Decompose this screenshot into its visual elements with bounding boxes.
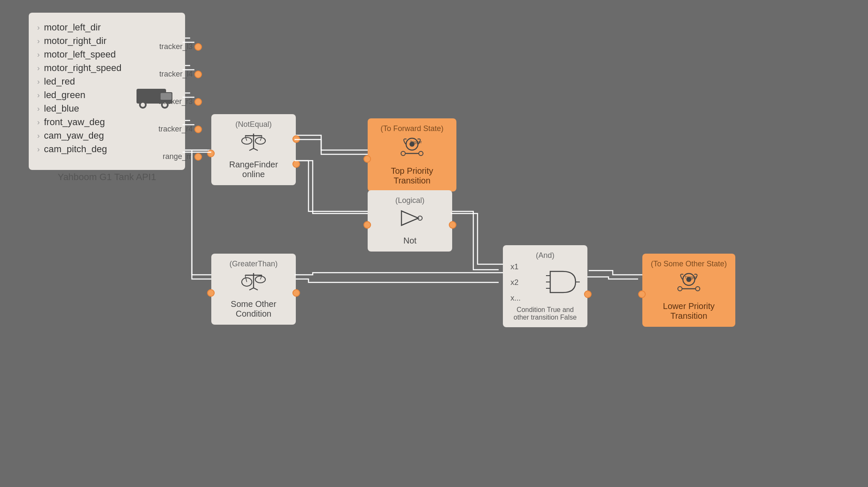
- port-tracker-l3-group: tracker_l3: [194, 43, 202, 51]
- range-finder-icon: [219, 131, 288, 156]
- top-priority-type: (To Forward State): [375, 124, 449, 133]
- svg-point-19: [419, 151, 423, 156]
- lower-priority-type: (To Some Other State): [650, 260, 728, 268]
- port-tracker-r3-group: tracker_r3: [194, 98, 202, 106]
- svg-point-18: [401, 151, 405, 156]
- top-priority-node[interactable]: (To Forward State) Trigger Top Priority …: [368, 118, 456, 192]
- port-motor-right-dir: › motor_right_dir: [37, 36, 143, 47]
- svg-line-12: [260, 136, 262, 141]
- range-finder-node[interactable]: (NotEqual) RangeFinder online: [211, 114, 296, 185]
- canvas: › motor_left_dir › motor_right_dir › mot…: [0, 0, 868, 487]
- and-output-port[interactable]: [584, 290, 592, 298]
- some-condition-input-port[interactable]: [207, 289, 215, 297]
- port-motor-left-speed: › motor_left_speed: [37, 49, 143, 60]
- tracker-l3-port[interactable]: [194, 43, 202, 51]
- tracker-r4-label: tracker_r4: [158, 125, 193, 134]
- svg-line-29: [249, 288, 254, 290]
- not-node[interactable]: (Logical) Not: [368, 190, 452, 252]
- top-priority-icon: Trigger: [375, 136, 449, 163]
- range-m-label: range_m: [163, 152, 193, 161]
- range-finder-output-bottom-port[interactable]: [292, 160, 300, 168]
- range-finder-label: RangeFinder online: [219, 160, 288, 179]
- arrow-icon: ›: [37, 118, 40, 127]
- port-cam-yaw: › cam_yaw_deg: [37, 130, 143, 141]
- api-node-title: Yahboom G1 Tank API1: [29, 172, 185, 183]
- not-icon: [375, 208, 445, 233]
- lower-priority-input-port[interactable]: [638, 290, 646, 298]
- api-node[interactable]: › motor_left_dir › motor_right_dir › mot…: [29, 13, 185, 170]
- arrow-icon: ›: [37, 64, 40, 73]
- arrow-icon: ›: [37, 104, 40, 113]
- svg-line-11: [245, 136, 247, 141]
- range-finder-output-top-port[interactable]: [292, 135, 300, 143]
- port-tracker-r4-group: tracker_r4: [194, 126, 202, 133]
- arrow-icon: ›: [37, 91, 40, 100]
- svg-marker-21: [401, 211, 418, 225]
- arrow-icon: ›: [37, 37, 40, 46]
- not-label: Not: [375, 236, 445, 246]
- svg-line-13: [249, 148, 254, 150]
- and-xdot-label: x...: [510, 294, 521, 303]
- port-led-green: › led_green: [37, 90, 143, 101]
- port-led-blue: › led_blue: [37, 103, 143, 114]
- some-condition-type: (GreaterThan): [219, 260, 288, 268]
- svg-line-30: [254, 288, 258, 290]
- port-led-red: › led_red: [37, 76, 143, 87]
- not-output-port[interactable]: [449, 221, 456, 229]
- tracker-l4-port[interactable]: [194, 71, 202, 78]
- and-type: (And): [510, 251, 580, 260]
- some-condition-output-port[interactable]: [292, 289, 300, 297]
- some-condition-icon: [219, 271, 288, 296]
- arrow-icon: ›: [37, 145, 40, 154]
- and-main-label: Condition True and other transition Fals…: [510, 306, 580, 321]
- svg-point-38: [678, 287, 682, 291]
- svg-point-3: [141, 103, 145, 107]
- svg-line-14: [254, 148, 258, 150]
- and-ports-labels: x1 x2 x...: [510, 263, 521, 303]
- port-tracker-l4-group: tracker_l4: [194, 71, 202, 78]
- port-motor-left-dir: › motor_left_dir: [37, 22, 143, 33]
- some-condition-label: Some Other Condition: [219, 299, 288, 319]
- not-type: (Logical): [375, 196, 445, 205]
- not-input-port[interactable]: [363, 221, 371, 229]
- svg-text:Trigger: Trigger: [410, 140, 422, 144]
- arrow-icon: ›: [37, 50, 40, 59]
- arrow-icon: ›: [37, 23, 40, 32]
- tracker-l4-label: tracker_l4: [159, 70, 193, 79]
- port-cam-pitch: › cam_pitch_deg: [37, 144, 143, 155]
- arrow-icon: ›: [37, 77, 40, 86]
- tracker-r3-port[interactable]: [194, 98, 202, 106]
- truck-icon: [134, 80, 177, 112]
- lower-priority-node[interactable]: (To Some Other State) Trigger Lower Prio…: [642, 254, 735, 327]
- lower-priority-label: Lower Priority Transition: [650, 301, 728, 321]
- arrow-icon: ›: [37, 131, 40, 140]
- range-finder-type: (NotEqual): [219, 120, 288, 129]
- and-x2-label: x2: [510, 278, 521, 287]
- some-condition-node[interactable]: (GreaterThan) Some Other Condition: [211, 254, 296, 325]
- port-motor-right-speed: › motor_right_speed: [37, 63, 143, 74]
- and-gate-icon: [546, 265, 580, 301]
- tracker-r3-label: tracker_r3: [158, 97, 193, 106]
- tracker-l3-label: tracker_l3: [159, 42, 193, 51]
- top-priority-label: Top Priority Transition: [375, 166, 449, 186]
- svg-text:Trigger: Trigger: [685, 275, 696, 279]
- port-range-m-group: range_m: [194, 153, 202, 161]
- and-x1-label: x1: [510, 263, 521, 271]
- port-front-yaw: › front_yaw_deg: [37, 117, 143, 128]
- lower-priority-icon: Trigger: [650, 271, 728, 298]
- svg-line-27: [245, 275, 247, 282]
- range-finder-input-port[interactable]: [207, 150, 215, 157]
- svg-point-39: [696, 287, 700, 291]
- top-priority-input-port[interactable]: [363, 155, 371, 163]
- and-node[interactable]: (And) x1 x2 x... Condition T: [503, 245, 587, 327]
- tracker-r4-port[interactable]: [194, 126, 202, 133]
- range-m-port[interactable]: [194, 153, 202, 161]
